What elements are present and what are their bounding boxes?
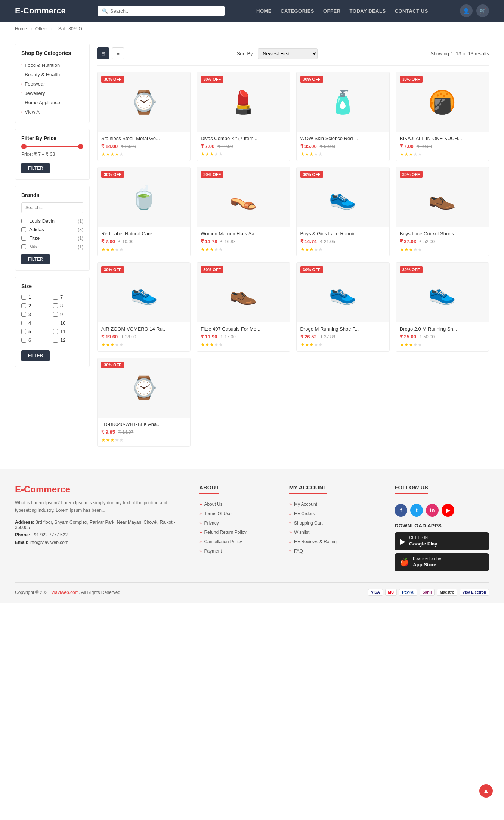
size-10-checkbox[interactable] <box>53 321 58 325</box>
footer-brand-col: E-Commerce What is Lorem Ipsum? Lorem Ip… <box>15 484 188 571</box>
product-stars-0: ★★★★★ <box>101 151 186 157</box>
product-card-4[interactable]: 30% OFF 🍵 Red Label Natural Care ... ₹ 7… <box>97 167 191 256</box>
maestro-icon: Maestro <box>437 589 457 596</box>
product-prices-2: ₹ 35.00 ₹ 50.00 <box>300 143 386 149</box>
footer-link-terms[interactable]: Terms Of Use <box>199 511 278 516</box>
size-filter-button[interactable]: FILTER <box>21 350 50 361</box>
size-6-checkbox[interactable] <box>21 338 26 343</box>
size-5-checkbox[interactable] <box>21 329 26 334</box>
price-thumb-left[interactable] <box>21 144 27 149</box>
brand-nike-checkbox[interactable] <box>21 244 26 249</box>
product-prices-0: ₹ 14.00 ₹ 20.00 <box>101 143 186 149</box>
list-view-button[interactable]: ≡ <box>112 47 124 59</box>
brand-adidas-checkbox[interactable] <box>21 227 26 232</box>
size-7-checkbox[interactable] <box>53 295 58 300</box>
footer-link-refund[interactable]: Refund Return Policy <box>199 529 278 535</box>
nav-home[interactable]: HOME <box>256 8 272 14</box>
google-play-button[interactable]: ▶ GET IT ON Google Play <box>395 532 489 550</box>
nav-categories[interactable]: CATEGORIES <box>281 8 314 14</box>
brands-filter-button[interactable]: FILTER <box>21 254 50 264</box>
product-price-original-2: ₹ 50.00 <box>320 144 335 149</box>
product-card-9[interactable]: 30% OFF 👞 Fitze 407 Casuals For Me... ₹ … <box>197 262 290 352</box>
product-card-6[interactable]: 30% OFF 👟 Boys & Girls Lace Runnin... ₹ … <box>296 167 390 256</box>
footer-link-cancellation[interactable]: Cancellation Policy <box>199 539 278 544</box>
category-footwear[interactable]: › Footwear <box>21 79 83 89</box>
grid-view-button[interactable]: ⊞ <box>97 47 109 59</box>
size-3-checkbox[interactable] <box>21 312 26 317</box>
product-info-2: WOW Skin Science Red ... ₹ 35.00 ₹ 50.00… <box>297 132 389 161</box>
size-4-checkbox[interactable] <box>21 321 26 325</box>
brand-fitze-checkbox[interactable] <box>21 236 26 241</box>
product-card-1[interactable]: 30% OFF 💄 Divas Combo Kit (7 Item... ₹ 7… <box>197 72 290 161</box>
category-home-appliance[interactable]: › Home Appliance <box>21 98 83 107</box>
product-card-8[interactable]: 30% OFF 👟 AIR ZOOM VOMERO 14 Ru... ₹ 19.… <box>97 262 191 352</box>
breadcrumb-home[interactable]: Home <box>15 26 27 31</box>
product-card-11[interactable]: 30% OFF 👟 Drogo 2.0 M Running Sh... ₹ 35… <box>396 262 489 352</box>
size-8-checkbox[interactable] <box>53 303 58 308</box>
twitter-icon[interactable]: t <box>410 504 423 517</box>
category-jewellery[interactable]: › Jewellery <box>21 89 83 98</box>
product-badge-7: 30% OFF <box>400 171 423 178</box>
product-card-7[interactable]: 30% OFF 👞 Boys Lace Cricket Shoes ... ₹ … <box>396 167 489 256</box>
product-card-12[interactable]: 30% OFF ⌚ LD-BK040-WHT-BLK Ana... ₹ 9.85… <box>97 358 191 447</box>
sort-select[interactable]: Newest First Price: Low to High Price: H… <box>258 48 318 59</box>
footer-link-shopping-cart[interactable]: Shopping Cart <box>289 520 384 526</box>
size-9-checkbox[interactable] <box>53 312 58 317</box>
footer-link-payment[interactable]: Payment <box>199 548 278 554</box>
product-price-original-6: ₹ 21.05 <box>320 239 335 244</box>
footer-link-about-us[interactable]: About Us <box>199 501 278 507</box>
footer-link-my-account[interactable]: My Account <box>289 501 384 507</box>
app-store-button[interactable]: 🍎 Download on the App Store <box>395 553 489 571</box>
product-emoji-2: 🧴 <box>329 89 357 115</box>
product-emoji-0: ⌚ <box>130 89 158 115</box>
size-2-checkbox[interactable] <box>21 303 26 308</box>
price-range-fill <box>21 146 83 147</box>
youtube-icon[interactable]: ▶ <box>442 504 454 517</box>
product-card-2[interactable]: 30% OFF 🧴 WOW Skin Science Red ... ₹ 35.… <box>296 72 390 161</box>
size-11-checkbox[interactable] <box>53 329 58 334</box>
search-input[interactable] <box>110 8 220 14</box>
product-price-current-10: ₹ 26.52 <box>300 334 317 340</box>
category-beauty[interactable]: › Beauty & Health <box>21 70 83 79</box>
product-name-0: Stainless Steel, Metal Go... <box>101 136 186 141</box>
cat-arrow: › <box>21 100 22 105</box>
product-emoji-10: 👟 <box>329 279 357 306</box>
nav-offer[interactable]: OFFER <box>323 8 341 14</box>
product-emoji-3: 🍘 <box>428 89 456 115</box>
product-card-5[interactable]: 30% OFF 👡 Women Maroon Flats Sa... ₹ 11.… <box>197 167 290 256</box>
product-card-3[interactable]: 30% OFF 🍘 BIKAJI ALL-IN-ONE KUCH... ₹ 7.… <box>396 72 489 161</box>
viaviweb-link[interactable]: Viaviweb.com <box>51 590 79 595</box>
brand-search-input[interactable] <box>21 202 83 213</box>
cart-icon[interactable]: 🛒 <box>476 4 489 17</box>
product-price-original-3: ₹ 10.00 <box>417 144 432 149</box>
footer-link-privacy[interactable]: Privacy <box>199 520 278 526</box>
nav-contact[interactable]: CONTACT US <box>395 8 428 14</box>
app-download-buttons: ▶ GET IT ON Google Play 🍎 Download on th… <box>395 532 489 571</box>
breadcrumb-offers[interactable]: Offers <box>35 26 47 31</box>
size-12-checkbox[interactable] <box>53 338 58 343</box>
price-filter-button[interactable]: FILTER <box>21 163 50 173</box>
footer-link-faq[interactable]: FAQ <box>289 548 384 554</box>
sidebar: Shop By Categories › Food & Nutrition › … <box>15 44 90 447</box>
footer-link-my-orders[interactable]: My Orders <box>289 511 384 516</box>
product-card-0[interactable]: 30% OFF ⌚ Stainless Steel, Metal Go... ₹… <box>97 72 191 161</box>
brand-louis-devin-checkbox[interactable] <box>21 219 26 223</box>
skrill-icon: Skrill <box>420 589 435 596</box>
size-2: 2 <box>21 302 52 309</box>
footer-shopping-cart: Shopping Cart <box>289 518 384 527</box>
header: E-Commerce 🔍 HOME CATEGORIES OFFER TODAY… <box>0 0 504 22</box>
price-range-track[interactable] <box>21 146 83 147</box>
size-1-checkbox[interactable] <box>21 295 26 300</box>
footer-link-reviews[interactable]: My Reviews & Rating <box>289 539 384 544</box>
category-view-all[interactable]: › View All <box>21 107 83 117</box>
instagram-icon[interactable]: in <box>426 504 439 517</box>
product-card-10[interactable]: 30% OFF 👟 Drogo M Running Shoe F... ₹ 26… <box>296 262 390 352</box>
price-thumb-right[interactable] <box>78 144 83 149</box>
footer-link-wishlist[interactable]: Wishlist <box>289 529 384 535</box>
download-apps-title: DOWNLOAD APPS <box>395 523 489 529</box>
category-food[interactable]: › Food & Nutrition <box>21 61 83 70</box>
user-icon[interactable]: 👤 <box>460 4 473 17</box>
main-nav: HOME CATEGORIES OFFER TODAY DEALS CONTAC… <box>256 8 428 14</box>
facebook-icon[interactable]: f <box>395 504 407 517</box>
nav-today-deals[interactable]: TODAY DEALS <box>350 8 386 14</box>
